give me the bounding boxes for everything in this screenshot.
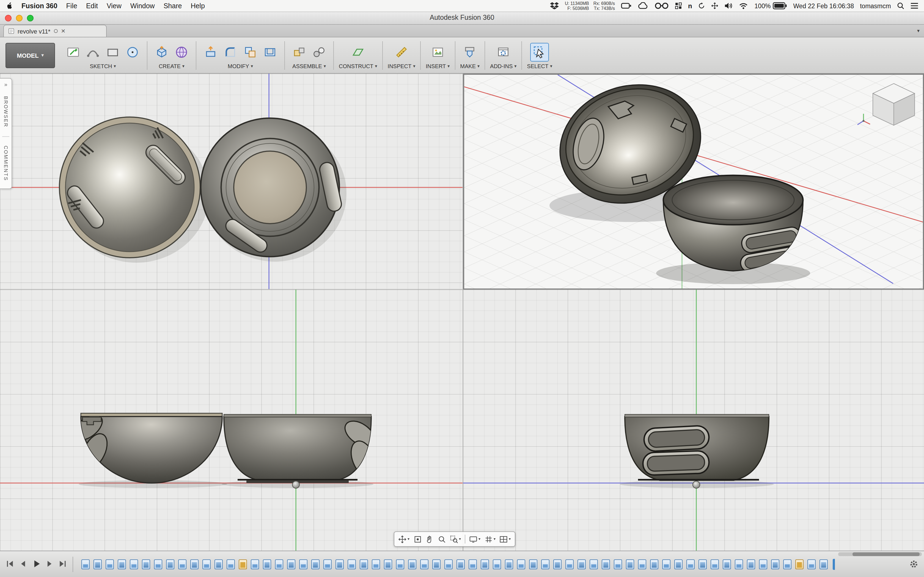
timeline-play-icon[interactable] [32,559,41,568]
timeline-feature-icon[interactable] [662,559,670,569]
timeline-feature-icon[interactable] [396,559,404,569]
timeline-feature-icon[interactable] [626,559,634,569]
timeline-feature-icon[interactable] [287,559,296,569]
create-menu[interactable]: CREATE ▾ [159,63,184,69]
body-bottom-half-front[interactable] [224,414,381,483]
timeline-go-to-end-icon[interactable] [58,559,67,568]
select-menu[interactable]: SELECT ▾ [527,63,552,69]
timeline-feature-icon[interactable] [420,559,428,569]
timeline-feature-icon[interactable] [323,559,332,569]
expand-panel-icon[interactable]: » [4,81,7,87]
tab-close-icon[interactable]: ✕ [61,28,65,34]
select-cursor-icon[interactable] [530,43,549,61]
document-tab[interactable]: revolve v11* ✕ [3,25,107,37]
fillet-icon[interactable] [221,43,240,61]
menu-datetime[interactable]: Wed 22 Feb 16:06:38 [793,2,854,9]
timeline-feature-icon[interactable] [432,559,441,569]
timeline-feature-icon[interactable] [154,559,162,569]
inspect-menu[interactable]: INSPECT ▾ [388,63,415,69]
origin-handle[interactable] [292,481,299,488]
sync-icon[interactable] [698,2,705,9]
timeline-feature-icon[interactable] [457,559,465,569]
window-close-button[interactable] [5,15,11,21]
timeline-feature-icon[interactable] [94,559,102,569]
window-title-bar[interactable]: Autodesk Fusion 360 [0,12,924,25]
comments-panel-tab[interactable]: COMMENTS [3,141,8,185]
device-icon[interactable] [621,2,632,9]
body-top-half-front[interactable] [69,410,222,483]
timeline-feature-icon[interactable] [311,559,320,569]
viewport-top-right-active[interactable] [463,74,924,290]
timeline-feature-icon[interactable] [577,559,586,569]
timeline-feature-icon[interactable] [481,559,489,569]
modify-menu[interactable]: MODIFY ▾ [228,63,253,69]
timeline-feature-icon[interactable] [687,559,695,569]
joint-icon[interactable] [310,43,328,61]
create-form-icon[interactable] [172,43,191,61]
viewports-layout-button[interactable]: ▾ [499,535,510,543]
measure-icon[interactable] [392,43,411,61]
make-menu[interactable]: MAKE ▾ [460,63,480,69]
viewport-bottom-left[interactable] [0,290,462,551]
timeline-feature-icon[interactable] [468,559,477,569]
timeline-step-back-icon[interactable] [19,559,27,568]
timeline-feature-icon[interactable] [711,559,719,569]
timeline-feature-icon[interactable] [81,559,90,569]
menu-item-file[interactable]: File [66,2,77,10]
origin-handle[interactable] [693,481,700,488]
menu-list-icon[interactable] [910,2,919,9]
display-settings-button[interactable]: ▾ [469,535,480,543]
print-3d-icon[interactable] [460,43,479,61]
timeline-feature-icon[interactable] [541,559,549,569]
timeline-feature-icon[interactable] [723,559,731,569]
timeline-feature-icon[interactable] [166,559,174,569]
menu-item-window[interactable]: Window [130,2,155,10]
tab-overflow-chevron-icon[interactable]: ▾ [917,28,919,33]
press-pull-icon[interactable] [201,43,220,61]
menu-app-name[interactable]: Fusion 360 [21,2,58,10]
timeline-feature-strip[interactable] [81,558,835,571]
new-component-icon[interactable] [290,43,309,61]
construction-plane-icon[interactable] [349,43,367,61]
viewport-top-left[interactable] [0,74,462,289]
timeline-feature-icon[interactable] [263,559,271,569]
body-bottom-half-right[interactable] [625,414,769,480]
timeline-feature-icon[interactable] [408,559,416,569]
timeline-feature-icon[interactable] [106,559,114,569]
timeline-feature-icon[interactable] [493,559,501,569]
timeline-scrollbar[interactable] [838,552,922,556]
notion-icon[interactable]: n [688,2,692,10]
construct-menu[interactable]: CONSTRUCT ▾ [339,63,377,69]
timeline-feature-icon[interactable] [178,559,186,569]
spotlight-search-icon[interactable] [897,2,904,9]
timeline-feature-icon[interactable] [444,559,453,569]
sketch-spline-icon[interactable] [84,43,102,61]
timeline-feature-icon[interactable] [347,559,356,569]
insert-menu[interactable]: INSERT ▾ [426,63,450,69]
timeline-feature-icon[interactable] [674,559,683,569]
combine-icon[interactable] [241,43,260,61]
timeline-feature-icon[interactable] [795,559,804,569]
timeline-feature-icon[interactable] [299,559,307,569]
timeline-feature-icon[interactable] [529,559,537,569]
viewport-front-scene[interactable] [0,290,462,551]
timeline-feature-icon[interactable] [251,559,259,569]
timeline-feature-icon[interactable] [783,559,792,569]
timeline-go-to-start-icon[interactable] [5,559,14,568]
menu-item-help[interactable]: Help [191,2,205,10]
zoom-button[interactable] [438,535,446,543]
new-body-icon[interactable] [152,43,171,61]
timeline-feature-icon[interactable] [808,559,816,569]
timeline-scrollbar-thumb[interactable] [853,552,919,556]
sketch-rectangle-icon[interactable] [103,43,122,61]
pan-hand-button[interactable] [425,535,434,543]
timeline-feature-icon[interactable] [130,559,138,569]
workspace-switcher[interactable]: MODEL ▾ [5,43,55,68]
timeline-feature-icon[interactable] [384,559,392,569]
timeline-feature-icon[interactable] [215,559,223,569]
addins-menu[interactable]: ADD-INS ▾ [490,63,517,69]
volume-icon[interactable] [725,2,733,9]
menu-item-share[interactable]: Share [164,2,182,10]
apple-menu-icon[interactable] [5,2,13,9]
timeline-feature-icon[interactable] [614,559,622,569]
